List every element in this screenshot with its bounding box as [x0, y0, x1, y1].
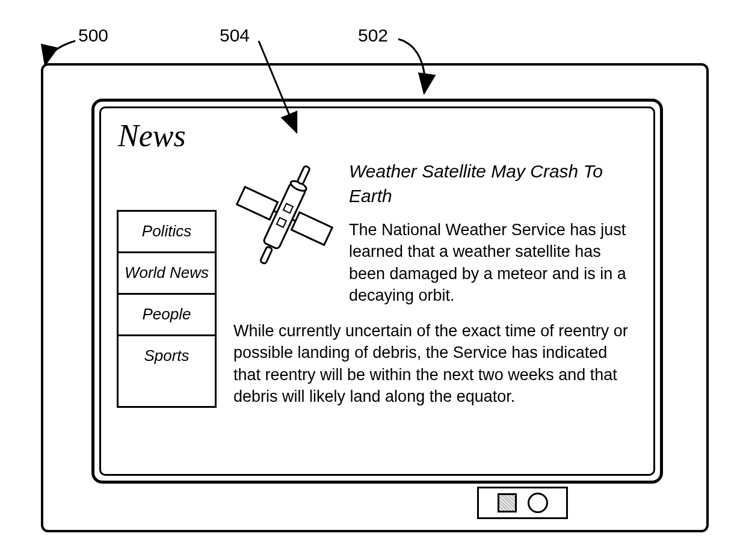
sidebar-item-label: People [143, 305, 191, 323]
screen-content: News Politics World News People Sports [99, 106, 655, 476]
article-lead-block: Weather Satellite May Crash To Earth The… [349, 156, 638, 307]
sidebar-item-people[interactable]: People [119, 295, 215, 336]
category-sidebar: Politics World News People Sports [117, 210, 217, 408]
svg-rect-4 [260, 246, 273, 264]
svg-rect-5 [237, 187, 278, 220]
screen-border-outer: News Politics World News People Sports [91, 99, 663, 484]
article-headline: Weather Satellite May Crash To Earth [349, 159, 638, 208]
satellite-icon [233, 156, 336, 276]
article-paragraph-2: While currently uncertain of the exact t… [233, 320, 638, 408]
sidebar-item-label: World News [125, 263, 209, 282]
article-lead: The National Weather Service has just le… [349, 219, 638, 307]
article-top-row: Weather Satellite May Crash To Earth The… [233, 156, 638, 307]
callout-502: 502 [358, 25, 388, 46]
svg-line-6 [274, 211, 277, 213]
content-row: Politics World News People Sports [117, 156, 638, 408]
sidebar-item-world-news[interactable]: World News [119, 253, 215, 295]
sidebar-item-label: Politics [142, 222, 191, 240]
svg-rect-3 [297, 165, 310, 184]
callout-504: 504 [220, 25, 250, 46]
sidebar-item-label: Sports [144, 346, 189, 365]
svg-rect-7 [291, 212, 332, 245]
callout-500: 500 [78, 25, 108, 46]
device-controls [477, 487, 568, 519]
control-circle-button[interactable] [528, 493, 548, 513]
article-body: Weather Satellite May Crash To Earth The… [233, 156, 638, 408]
svg-line-8 [292, 220, 295, 221]
device-frame: News Politics World News People Sports [41, 63, 709, 532]
page-title: News [118, 118, 638, 153]
sidebar-item-sports[interactable]: Sports [119, 336, 215, 376]
control-square-button[interactable] [498, 493, 517, 512]
sidebar-item-politics[interactable]: Politics [119, 212, 215, 253]
